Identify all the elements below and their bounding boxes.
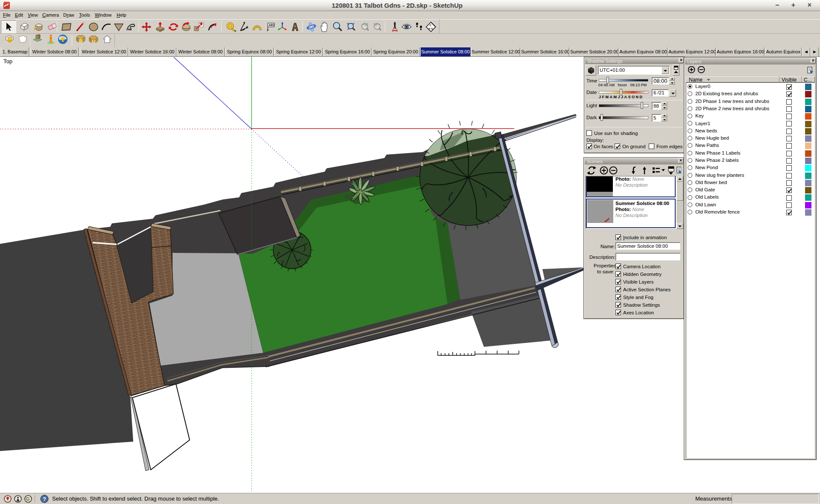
svg-text:G: G [26,496,30,501]
svg-text:?: ? [43,496,46,502]
